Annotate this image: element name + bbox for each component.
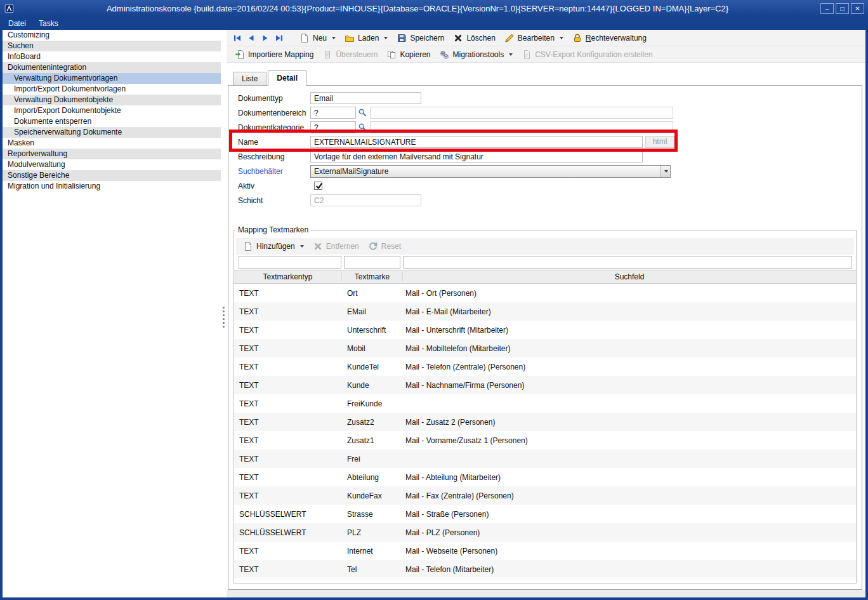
lock-icon (572, 33, 582, 43)
dokumentenbereich-input[interactable] (310, 107, 356, 119)
table-row[interactable]: TEXTKundeMail - Nachname/Firma (Personen… (234, 376, 856, 394)
cell-textmarke: Unterschrift (342, 326, 403, 335)
table-row[interactable]: TEXTAbteilungMail - Abteilung (Mitarbeit… (234, 468, 856, 486)
dokumenttyp-input[interactable] (310, 92, 421, 104)
table-row[interactable]: TEXTZusatz1Mail - Vorname/Zusatz 1 (Pers… (234, 431, 856, 450)
menubar: Datei Tasks (3, 17, 865, 30)
nav-last-button[interactable] (272, 32, 286, 44)
sidebar-item[interactable]: Modulverwaltung (3, 159, 221, 170)
sidebar-item[interactable]: Import/Export Dokumentvorlagen (3, 84, 221, 95)
cell-suchfeld: Mail - E-Mail (Mitarbeiter) (403, 307, 856, 316)
column-header-textmarkentyp[interactable]: Textmarkentyp (234, 272, 342, 281)
name-input[interactable] (310, 136, 643, 148)
suchbehaelter-dropdown[interactable]: ExternalMailSignature (310, 165, 671, 178)
table-row[interactable]: TEXTEMailMail - E-Mail (Mitarbeiter) (234, 302, 856, 321)
sidebar-item[interactable]: Masken (3, 138, 221, 149)
table-row[interactable]: TEXTFreiKunde (234, 394, 856, 413)
table-row[interactable]: TEXTTelMail - Telefon (Mitarbeiter) (234, 560, 856, 578)
nav-first-button[interactable] (230, 32, 244, 44)
rechteverwaltung-button[interactable]: Rechteverwaltung (568, 32, 651, 44)
column-header-suchfeld[interactable]: Suchfeld (403, 272, 856, 281)
sidebar-item[interactable]: Dokumentenintegration (3, 62, 221, 73)
sidebar-item[interactable]: InfoBoard (3, 51, 221, 62)
table-row[interactable]: SCHLÜSSELWERTPLZMail - PLZ (Personen) (234, 523, 856, 542)
override-icon (322, 50, 332, 60)
main-toolbar: Neu Laden Speichern Löschen (227, 30, 865, 46)
speichern-button[interactable]: Speichern (392, 32, 449, 44)
sidebar-item[interactable]: Verwaltung Dokumentobjekte (3, 95, 221, 105)
sidebar-item[interactable]: Reportverwaltung (3, 149, 221, 159)
cell-textmarke: Mobil (342, 344, 403, 353)
suchbehaelter-label[interactable]: Suchbehälter (238, 167, 310, 176)
cell-textmarkentyp: TEXT (234, 455, 342, 463)
table-row[interactable]: TEXTKundeFaxMail - Fax (Zentrale) (Perso… (234, 486, 856, 505)
dokumentkategorie-input[interactable] (310, 121, 356, 133)
column-header-textmarke[interactable]: Textmarke (342, 272, 403, 281)
sidebar-item[interactable]: Verwaltung Dokumentvorlagen (3, 73, 221, 84)
add-document-icon (243, 241, 253, 251)
reset-button: Reset (364, 240, 405, 253)
sidebar-item[interactable]: Migration und Initialisierung (3, 181, 221, 192)
table-row[interactable]: TEXTUnterschriftMail - Unterschrift (Mit… (234, 321, 856, 339)
nav-previous-button[interactable] (244, 32, 258, 44)
filter-textmarke-input[interactable] (344, 256, 400, 269)
table-row[interactable]: TEXTKundeTelMail - Telefon (Zentrale) (P… (234, 357, 856, 376)
menu-datei[interactable]: Datei (8, 19, 26, 28)
dokumentkategorie-label: Dokumentkategorie (238, 123, 310, 132)
table-row[interactable]: TEXTZusatz2Mail - Zusatz 2 (Personen) (234, 413, 856, 431)
cell-textmarke: KundeFax (342, 491, 403, 500)
combo-arrow-button[interactable] (660, 166, 670, 177)
migrationstools-button[interactable]: Migrationstools (435, 48, 517, 61)
cell-textmarkentyp: TEXT (234, 399, 342, 408)
filter-textmarkentyp-input[interactable] (239, 256, 341, 269)
sidebar-item[interactable]: Speicherverwaltung Dokumente (3, 127, 221, 138)
copy-icon (386, 50, 397, 60)
close-button[interactable]: ✕ (851, 3, 864, 14)
kopieren-button[interactable]: Kopieren (382, 48, 435, 61)
reset-icon (368, 241, 378, 251)
form-row-schicht: Schicht (238, 193, 862, 208)
chevron-down-icon (332, 37, 336, 39)
drag-handle-icon[interactable] (223, 307, 225, 328)
filter-suchfeld-input[interactable] (403, 256, 852, 269)
table-row[interactable]: TEXTMobilMail - Mobiltelefon (Mitarbeite… (234, 339, 856, 357)
chevron-down-icon (384, 37, 388, 39)
dokumentenbereich-lookup-button[interactable] (357, 107, 368, 118)
minimize-button[interactable]: – (820, 3, 834, 14)
sidebar-item[interactable]: Customizing (3, 30, 221, 41)
aktiv-checkbox[interactable] (314, 182, 322, 190)
nav-next-button[interactable] (258, 32, 272, 44)
remove-icon (313, 241, 323, 251)
mapping-groupbox-title: Mapping Textmarken (235, 225, 311, 234)
table-row[interactable]: SCHLÜSSELWERTStrasseMail - Straße (Perso… (234, 505, 856, 523)
table-row[interactable]: TEXTFrei (234, 450, 856, 468)
importiere-mapping-button[interactable]: Importiere Mapping (230, 48, 318, 61)
maximize-button[interactable]: □ (836, 3, 849, 14)
schicht-input (310, 194, 421, 206)
table-row[interactable]: TEXTInternetMail - Webseite (Personen) (234, 542, 856, 560)
csv-export-button: CSV-Export Konfiguration erstellen (517, 48, 657, 61)
search-icon (358, 123, 367, 132)
search-icon (358, 108, 367, 117)
form-row-dokumentkategorie: Dokumentkategorie (238, 120, 862, 135)
cell-textmarke: KundeTel (342, 363, 403, 371)
sidebar-item[interactable]: Dokumente entsperren (3, 116, 221, 127)
neu-button[interactable]: Neu (295, 32, 340, 44)
sidebar-item[interactable]: Sonstige Bereiche (3, 170, 221, 181)
hinzufuegen-button[interactable]: Hinzufügen (239, 240, 308, 253)
bearbeiten-button[interactable]: Bearbeiten (500, 32, 568, 44)
tab-detail[interactable]: Detail (268, 70, 306, 86)
laden-button[interactable]: Laden (340, 32, 392, 44)
table-row[interactable]: TEXTOrtMail - Ort (Personen) (234, 284, 856, 302)
dokumentkategorie-lookup-button[interactable] (357, 122, 368, 133)
sidebar-item[interactable]: Suchen (3, 41, 221, 51)
menu-tasks[interactable]: Tasks (39, 19, 58, 28)
beschreibung-input[interactable] (310, 150, 643, 163)
tab-liste[interactable]: Liste (233, 72, 266, 85)
splitter[interactable] (221, 30, 227, 597)
cell-textmarke: Internet (342, 547, 403, 556)
sidebar-item[interactable]: Import/Export Dokumentobjekte (3, 105, 221, 116)
cell-suchfeld: Mail - Nachname/Firma (Personen) (403, 381, 856, 390)
loeschen-button[interactable]: Löschen (449, 32, 499, 44)
cell-suchfeld: Mail - Mobiltelefon (Mitarbeiter) (403, 344, 856, 353)
